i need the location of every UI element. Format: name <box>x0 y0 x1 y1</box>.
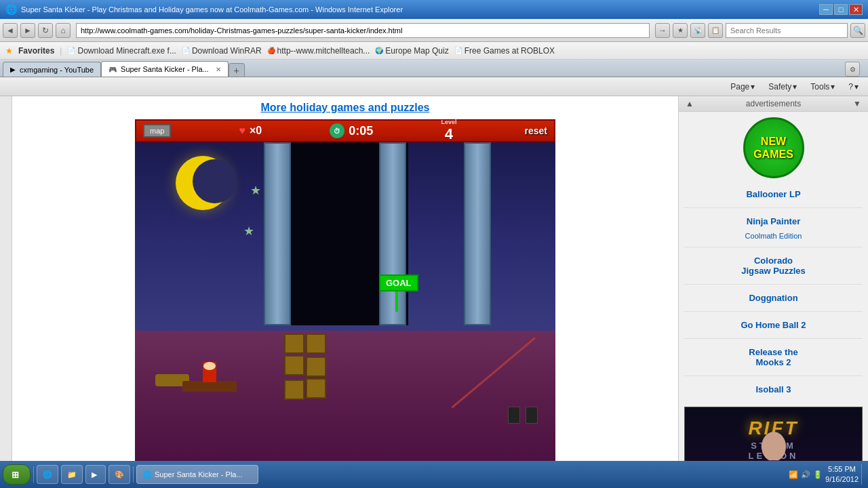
taskbar-folder-button[interactable]: 📁 <box>61 465 83 484</box>
heart-icon: ♥ <box>239 125 245 137</box>
hud-level: Level 4 <box>441 119 456 143</box>
tray-network-icon: 📶 <box>789 470 798 479</box>
fav-roblox[interactable]: 📄 Free Games at ROBLOX <box>454 46 555 56</box>
santa-body <box>203 362 216 382</box>
address-bar[interactable] <box>76 23 650 38</box>
game-link-release[interactable]: Release theMooks 2 <box>684 346 863 369</box>
taskbar-ie-icon: 🌐 <box>142 470 152 479</box>
enemies-area <box>508 407 538 424</box>
moon-shape <box>176 156 230 210</box>
game-favicon: 🎮 <box>108 66 117 73</box>
history-button[interactable]: 📋 <box>708 23 723 38</box>
game-scene[interactable]: ★ ★ ★ <box>135 142 555 468</box>
start-windows-icon: ⊞ <box>12 470 19 480</box>
tray-volume-icon: 🔊 <box>801 470 810 479</box>
window-title: Super Santa Kicker - Play Christmas and … <box>21 5 819 14</box>
tab-santa-label: Super Santa Kicker - Pla... <box>121 65 209 73</box>
content-area: More holiday games and puzzles map ♥ ×0 … <box>0 96 868 468</box>
command-bar: Page ▾ Safety ▾ Tools ▾ ? ▾ <box>0 77 868 96</box>
box-3 <box>284 355 304 375</box>
title-bar: 🌐 Super Santa Kicker - Play Christmas an… <box>0 0 868 19</box>
game-link-ballooner[interactable]: Ballooner LP <box>684 188 863 201</box>
divider-4 <box>684 311 863 312</box>
tab-santa-kicker[interactable]: 🎮 Super Santa Kicker - Pla... ✕ <box>101 61 229 77</box>
taskbar-paint-button[interactable]: 🎨 <box>108 465 130 484</box>
ads-expand-left[interactable]: ▲ <box>686 99 694 108</box>
tools-menu[interactable]: Tools ▾ <box>806 81 839 93</box>
hud-lives: ♥ ×0 <box>239 125 262 137</box>
new-games-button[interactable]: NEWGAMES <box>743 117 804 178</box>
game-header-link[interactable]: More holiday games and puzzles <box>12 96 678 119</box>
fav-mitchellteach[interactable]: 🍎 http--www.mitchellteach... <box>267 46 370 56</box>
favorites-button[interactable]: ★ <box>673 23 688 38</box>
box-4 <box>306 357 326 377</box>
new-games-label: NEWGAMES <box>753 135 793 161</box>
minimize-button[interactable]: ─ <box>819 4 833 15</box>
fav-minecraft[interactable]: 📄 Download Minecraft.exe f... <box>67 46 176 56</box>
clock-time: 5:55 PM <box>825 464 859 474</box>
window-icon: 🌐 <box>5 4 17 15</box>
hud-timer: ⏱ 0:05 <box>330 123 373 138</box>
box-6 <box>306 378 326 399</box>
game-link-isoball[interactable]: Isoball 3 <box>684 383 863 396</box>
game-link-colorado[interactable]: ColoradoJigsaw Puzzles <box>684 254 863 277</box>
start-button[interactable]: ⊞ <box>3 464 31 485</box>
tray-show-desktop[interactable] <box>861 464 865 485</box>
divider-6 <box>684 375 863 376</box>
close-button[interactable]: ✕ <box>849 4 863 15</box>
tab-tools-button[interactable]: ⚙ <box>845 62 860 77</box>
enemy-2 <box>526 407 538 424</box>
ads-label: advertisements <box>746 99 801 108</box>
tab-youtube[interactable]: ▶ cxmgaming - YouTube <box>3 62 101 77</box>
box-5 <box>284 380 304 400</box>
reset-button[interactable]: reset <box>525 125 547 136</box>
taskbar-ie-button[interactable]: 🌐 <box>37 465 58 484</box>
moon <box>176 156 230 210</box>
box-1 <box>284 333 304 354</box>
taskbar-ie-window[interactable]: 🌐 Super Santa Kicker - Pla... <box>136 465 258 484</box>
ground-background <box>135 331 555 468</box>
forward-button[interactable]: ► <box>20 23 35 38</box>
feeds-button[interactable]: 📡 <box>690 23 705 38</box>
new-tab-button[interactable]: + <box>229 63 245 77</box>
fav-divider: | <box>60 46 62 56</box>
tab-close-button[interactable]: ✕ <box>216 66 221 73</box>
clock-date: 9/16/2012 <box>825 474 859 485</box>
safety-menu[interactable]: Safety ▾ <box>764 81 801 93</box>
page-menu[interactable]: Page ▾ <box>726 81 759 93</box>
favorites-star-icon: ★ <box>5 46 13 56</box>
game-link-gohomeball[interactable]: Go Home Ball 2 <box>684 319 863 331</box>
taskbar-tray: 📶 🔊 🔋 5:55 PM 9/16/2012 <box>789 464 865 485</box>
moon-cutout <box>193 159 237 203</box>
svg-point-0 <box>762 432 786 462</box>
maximize-button[interactable]: □ <box>834 4 848 15</box>
search-button[interactable]: 🔍 <box>850 23 865 38</box>
favorites-bar: ★ Favorites | 📄 Download Minecraft.exe f… <box>0 42 868 60</box>
right-sidebar: ▲ advertisements ▼ NEWGAMES Ballooner LP… <box>678 96 868 468</box>
back-button[interactable]: ◄ <box>3 23 18 38</box>
game-header-text: More holiday games and puzzles <box>261 102 430 113</box>
search-input[interactable] <box>726 23 848 38</box>
ads-header: ▲ advertisements ▼ <box>679 96 868 112</box>
game-link-ninja[interactable]: Ninja Painter <box>684 215 863 228</box>
fav-winrar[interactable]: 📄 Download WinRAR <box>182 46 262 56</box>
goal-sign: GOAL <box>379 274 418 312</box>
taskbar-clock[interactable]: 5:55 PM 9/16/2012 <box>825 464 859 485</box>
sidebar-games: NEWGAMES Ballooner LP Ninja Painter Cool… <box>679 112 868 401</box>
star-1: ★ <box>250 183 261 198</box>
goal-text: GOAL <box>379 274 418 291</box>
help-chevron-icon: ▾ <box>854 82 859 92</box>
help-button[interactable]: ? ▾ <box>844 81 863 93</box>
tools-chevron-icon: ▾ <box>831 82 835 92</box>
ads-expand-right[interactable]: ▼ <box>853 99 861 108</box>
taskbar-media-button[interactable]: ▶ <box>85 465 106 484</box>
fav-euromap[interactable]: 🌍 Europe Map Quiz <box>375 46 448 56</box>
go-button[interactable]: → <box>655 23 670 38</box>
game-link-doggnation[interactable]: Doggnation <box>684 291 863 304</box>
game-container[interactable]: map ♥ ×0 ⏱ 0:05 Level 4 reset <box>135 119 555 468</box>
home-button[interactable]: ⌂ <box>56 23 71 38</box>
map-button[interactable]: map <box>143 124 171 138</box>
nav-toolbar: ◄ ► ↻ ⌂ → ★ 📡 📋 🔍 <box>0 19 868 42</box>
refresh-button[interactable]: ↻ <box>38 23 53 38</box>
ad-banner[interactable]: RIFT STORM LEGION OUR QUEST NEVER ENDS P… <box>684 407 863 468</box>
